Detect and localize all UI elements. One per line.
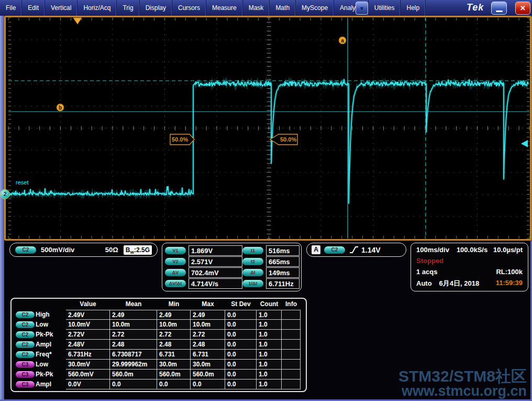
table-cell: 1.0 [257, 320, 282, 330]
table-cell [282, 370, 301, 380]
time-cursor-readouts: t1516mst2665msΔt149ms1/Δt6.711Hz [242, 245, 300, 289]
menu-item-trig[interactable]: Trig [117, 0, 139, 16]
menu-overflow-button[interactable]: ▼ [356, 2, 368, 15]
menu-item-horiz-acq[interactable]: Horiz/Acq [77, 0, 117, 16]
cursor-value: 665ms [266, 256, 300, 267]
table-cell: 2.49 [191, 310, 225, 320]
menu-item-utilities[interactable]: Utilities [369, 0, 401, 16]
record-length: RL:100k [496, 268, 523, 276]
table-cell: 0.0 [225, 370, 257, 380]
menu-item-mask[interactable]: Mask [243, 0, 270, 16]
table-cell: 30.0mV [66, 360, 110, 370]
window-frame-left [0, 16, 4, 401]
cursor-label-pill: t1 [242, 247, 263, 254]
trigger-level-arrow[interactable] [521, 140, 528, 147]
measurement-channel-pill: C3 [16, 381, 35, 388]
table-cell: 29.999962m [110, 360, 157, 370]
measurement-name: Ampl [36, 340, 66, 350]
channel-2-badge[interactable]: 2 [0, 189, 10, 199]
cursor-label-pill: ΔV/Δt [165, 280, 186, 287]
acq-count: 1 acqs [416, 268, 437, 276]
menu-item-help[interactable]: Help [401, 0, 426, 16]
table-cell: 2.72 [157, 330, 191, 340]
table-cell: 0.0 [225, 310, 257, 320]
rising-edge-icon [349, 245, 359, 254]
table-cell: 0.0 [225, 380, 257, 389]
table-cell: 30.0m [191, 360, 225, 370]
table-cell: 2.49V [66, 310, 110, 320]
table-row: C2Low10.0mV10.0m10.0m10.0m0.01.0 [12, 320, 306, 330]
table-cell: 0.0 [157, 380, 191, 389]
table-cell [282, 320, 301, 330]
horizontal-acq-panel[interactable]: 100ms/div100.0kS/s 10.0µs/pt Stopped 1 a… [411, 243, 528, 291]
trigger-source-pill: C2 [324, 246, 345, 254]
column-header-min: Min [157, 300, 191, 310]
waveform-display[interactable]: 50.0%50.0%abreset [4, 16, 531, 241]
table-cell: 560.0mV [66, 370, 110, 380]
table-cell: 1.0 [257, 310, 282, 320]
menu-item-cursors[interactable]: Cursors [172, 0, 206, 16]
cursor-readout-row: t2665ms [242, 256, 300, 267]
watermark: STM32/STM8社区 www.stmcu.org.cn [398, 369, 527, 398]
menu-item-measure[interactable]: Measure [206, 0, 243, 16]
table-cell: 2.72V [66, 330, 110, 340]
column-header-count: Count [257, 300, 282, 310]
menu-item-vertical[interactable]: Vertical [45, 0, 77, 16]
cursor-readout-row: V11.869V [165, 245, 242, 256]
cursor-value: 149ms [266, 267, 300, 278]
channel-readout-panel[interactable]: C2 500mV/div 50Ω BW:2.5G [9, 243, 158, 257]
menu-item-myscope[interactable]: MyScope [296, 0, 334, 16]
channel-pill: C2 [15, 246, 36, 254]
column-header-info: Info [282, 300, 301, 310]
menu-item-edit[interactable]: Edit [22, 0, 45, 16]
table-cell: 560.0m [191, 370, 225, 380]
column-header-st-dev: St Dev [225, 300, 257, 310]
minimize-button[interactable] [491, 2, 507, 15]
table-cell: 2.48 [110, 340, 157, 350]
table-cell: 0.0 [225, 360, 257, 370]
table-row: C2Freq*6.731Hz6.73087176.7316.7310.01.0 [12, 350, 306, 360]
watermark-line1: STM32/STM8社区 [398, 369, 527, 384]
cursor-label-pill: V1 [165, 247, 186, 254]
table-cell: 2.48 [157, 340, 191, 350]
table-cell [282, 380, 301, 389]
ref-level-flag-rise-label: 50.0% [172, 136, 188, 143]
table-cell: 1.0 [257, 380, 282, 389]
table-cell: 10.0m [157, 320, 191, 330]
cursor-readout-row: V22.571V [165, 256, 242, 267]
cursor-readout-row: Δt149ms [242, 267, 300, 278]
table-cell: 2.49 [110, 310, 157, 320]
table-cell [282, 330, 301, 340]
vertical-scale: 500mV/div [41, 246, 74, 254]
table-cell [282, 360, 301, 370]
menu-item-display[interactable]: Display [140, 0, 172, 16]
measurement-table-body: C2High2.49V2.492.492.490.01.0C2Low10.0mV… [12, 310, 306, 389]
cursor-readout-panel[interactable]: V11.869VV22.571VΔV702.4mVΔV/Δt4.714V/s t… [162, 243, 302, 291]
menu-item-math[interactable]: Math [270, 0, 296, 16]
trigger-mode: Auto [416, 279, 432, 287]
cursor-value: 6.711Hz [266, 278, 300, 289]
trigger-position-marker[interactable] [73, 18, 82, 24]
cursor-value: 516ms [266, 245, 300, 256]
table-cell: 2.48 [191, 340, 225, 350]
table-cell: 6.731 [157, 350, 191, 360]
sample-rate: 100.0kS/s [457, 246, 487, 254]
table-cell: 10.0m [110, 320, 157, 330]
table-cell [282, 310, 301, 320]
measurement-channel-pill: C2 [16, 351, 35, 358]
measurement-name: Freq* [36, 350, 66, 360]
cursor-label-pill: V2 [165, 258, 186, 265]
column-header-mean: Mean [110, 300, 157, 310]
table-cell: 1.0 [257, 350, 282, 360]
table-cell: 1.0 [257, 340, 282, 350]
measurement-table[interactable]: ValueMeanMinMaxSt DevCountInfo C2High2.4… [10, 298, 307, 392]
table-cell: 1.0 [257, 370, 282, 380]
column-header-max: Max [191, 300, 225, 310]
watermark-line2: www.stmcu.org.cn [398, 384, 527, 398]
column-header-value: Value [66, 300, 110, 310]
table-cell: 6.731Hz [66, 350, 110, 360]
menu-item-file[interactable]: File [0, 0, 22, 16]
close-button[interactable]: ✕ [515, 2, 530, 15]
trigger-readout-panel[interactable]: A C2 1.14V [306, 243, 406, 257]
table-cell: 2.72 [110, 330, 157, 340]
